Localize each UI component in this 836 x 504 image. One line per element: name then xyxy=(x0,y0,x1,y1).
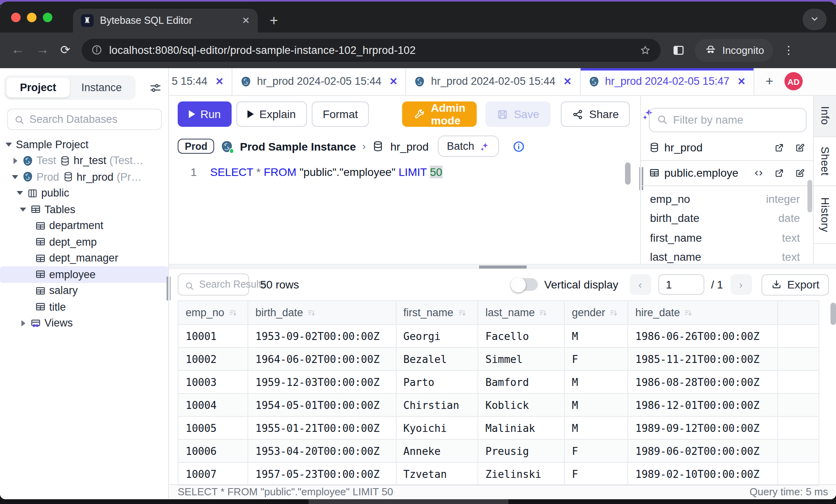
tree-item-employee[interactable]: employee xyxy=(0,266,168,283)
code-icon[interactable] xyxy=(753,168,763,178)
column-header-emp_no[interactable]: emp_no xyxy=(178,301,248,325)
explain-button[interactable]: Explain xyxy=(236,101,307,127)
table-row[interactable]: 100041954-05-01T00:00:00ZChirstianKoblic… xyxy=(178,393,819,416)
row-count: 50 rows xyxy=(260,278,299,291)
forward-icon[interactable]: → xyxy=(36,42,49,58)
sidebar-resize-handle[interactable] xyxy=(167,277,171,300)
caret-down-icon[interactable] xyxy=(16,191,24,195)
column-header-last_name[interactable]: last_name xyxy=(478,301,564,325)
play-icon xyxy=(188,110,195,118)
column-row-first_name[interactable]: first_nametext xyxy=(640,228,813,247)
tab-instance[interactable]: Instance xyxy=(70,78,133,97)
editor-tab-0[interactable]: 5 15:44✕ xyxy=(169,68,232,95)
editor-tab-3[interactable]: hr_prod 2024-02-05 15:47✕ xyxy=(580,68,754,95)
editor-tab-2[interactable]: hr_prod 2024-02-05 15:44✕ xyxy=(406,68,581,95)
caret-right-icon[interactable] xyxy=(11,158,19,164)
tab-search-chevron-button[interactable] xyxy=(803,8,826,30)
filter-by-name-input[interactable]: Filter by name xyxy=(648,107,806,132)
caret-down-icon[interactable] xyxy=(19,208,27,212)
table-row[interactable]: 100071957-05-23T00:00:00ZTzvetanZielinsk… xyxy=(178,462,819,485)
table-row[interactable]: 100061953-04-20T00:00:00ZAnnekePreusigF1… xyxy=(178,439,819,462)
editor-tab-1[interactable]: hr_prod 2024-02-05 15:44✕ xyxy=(232,68,406,95)
browser-menu-icon[interactable]: ⋮ xyxy=(783,44,794,57)
connection-breadcrumb: Prod Prod Sample Instance › hr_prod xyxy=(169,133,640,160)
table-icon xyxy=(35,302,46,313)
column-header-first_name[interactable]: first_name xyxy=(396,301,478,325)
connection-info-icon[interactable] xyxy=(512,140,525,153)
page-number-input[interactable]: 1 xyxy=(658,274,704,295)
tree-item-public[interactable]: public xyxy=(0,185,168,201)
bookmark-star-icon[interactable] xyxy=(639,44,651,56)
tree-item-dept_emp[interactable]: dept_emp xyxy=(0,234,168,250)
tree-item-sampleproject[interactable]: Sample Project xyxy=(0,136,168,153)
minimize-window-button[interactable] xyxy=(27,12,36,22)
new-editor-tab-button[interactable]: + xyxy=(765,74,773,90)
table-row[interactable]: 100051955-01-21T00:00:00ZKyoichiMaliniak… xyxy=(178,416,819,439)
close-tab-icon[interactable]: ✕ xyxy=(563,76,571,88)
tree-item-dept_manager[interactable]: dept_manager xyxy=(0,250,168,266)
tree-item-department[interactable]: department xyxy=(0,218,168,234)
search-results-input[interactable]: Search Results xyxy=(178,273,249,296)
back-icon[interactable]: ← xyxy=(11,42,25,58)
divider-drag-handle[interactable] xyxy=(479,265,526,269)
close-tab-icon[interactable]: ✕ xyxy=(737,76,746,88)
batch-button[interactable]: Batch xyxy=(438,136,499,157)
column-row-emp_no[interactable]: emp_nointeger xyxy=(640,189,813,208)
tab-project[interactable]: Project xyxy=(6,78,70,97)
tree-item-views[interactable]: Views xyxy=(0,315,168,331)
side-panel-icon[interactable] xyxy=(671,44,685,57)
export-button[interactable]: Export xyxy=(761,274,829,295)
column-header-hire_date[interactable]: hire_date xyxy=(628,301,777,325)
table-row[interactable]: 100011953-09-02T00:00:00ZGeorgiFacelloM1… xyxy=(178,325,819,347)
close-window-button[interactable] xyxy=(11,12,21,22)
site-info-icon[interactable] xyxy=(91,45,102,56)
caret-right-icon[interactable] xyxy=(19,320,27,326)
table-cell: Parto xyxy=(396,370,478,393)
search-databases-input[interactable]: Search Databases xyxy=(7,109,162,130)
column-header-gender[interactable]: gender xyxy=(564,301,628,325)
edit-icon[interactable] xyxy=(794,142,805,153)
sql-editor[interactable]: 1 SELECT * FROM "public"."employee" LIMI… xyxy=(169,160,640,263)
caret-down-icon[interactable] xyxy=(5,143,13,147)
share-button[interactable]: Share xyxy=(561,101,630,127)
table-row[interactable]: 100031959-12-03T00:00:00ZPartoBamfordM19… xyxy=(178,370,819,393)
open-external-icon[interactable] xyxy=(774,142,784,153)
reload-icon[interactable]: ⟳ xyxy=(60,43,70,57)
rail-tab-history[interactable]: History xyxy=(813,186,836,244)
results-scrollbar[interactable] xyxy=(830,303,836,325)
browser-tab[interactable]: ♜ Bytebase SQL Editor ✕ xyxy=(73,8,258,32)
rail-tab-sheet[interactable]: Sheet xyxy=(813,137,836,186)
sql-token xyxy=(395,165,399,178)
tree-item-title[interactable]: title xyxy=(0,299,168,315)
tree-item-salary[interactable]: salary xyxy=(0,283,168,299)
column-header-birth_date[interactable]: birth_date xyxy=(248,301,396,325)
close-tab-icon[interactable]: ✕ xyxy=(215,76,224,88)
tree-item-hr_test[interactable]: Testhr_test(Test… xyxy=(0,153,168,169)
admin-mode-button[interactable]: Admin mode xyxy=(403,101,477,127)
save-button[interactable]: Save xyxy=(485,101,550,127)
format-button[interactable]: Format xyxy=(312,101,369,127)
prev-page-button[interactable]: ‹ xyxy=(629,274,651,295)
address-bar[interactable]: localhost:8080/sql-editor/prod-sample-in… xyxy=(81,39,660,62)
run-button[interactable]: Run xyxy=(178,101,232,127)
vertical-display-toggle[interactable] xyxy=(512,279,538,291)
rail-tab-info[interactable]: Info xyxy=(813,95,836,137)
column-header-label: birth_date xyxy=(255,307,303,319)
schema-database-name: hr_prod xyxy=(664,141,703,154)
caret-down-icon[interactable] xyxy=(11,175,19,179)
filter-settings-icon[interactable] xyxy=(149,81,162,94)
tree-item-hr_prod[interactable]: Prodhr_prod(Pr… xyxy=(0,169,168,185)
edit-icon[interactable] xyxy=(794,168,805,178)
schema-scrollbar[interactable] xyxy=(807,179,812,212)
new-tab-button[interactable]: + xyxy=(270,9,278,31)
editor-scrollbar[interactable] xyxy=(625,162,630,184)
table-row[interactable]: 100021964-06-02T00:00:00ZBezalelSimmelF1… xyxy=(178,347,819,370)
close-tab-icon[interactable]: ✕ xyxy=(389,76,398,88)
next-page-button[interactable]: › xyxy=(730,274,752,295)
close-tab-icon[interactable]: ✕ xyxy=(242,15,250,26)
open-external-icon[interactable] xyxy=(774,168,784,178)
zoom-window-button[interactable] xyxy=(43,12,52,22)
tree-item-tables[interactable]: Tables xyxy=(0,201,168,218)
avatar[interactable]: AD xyxy=(784,73,803,91)
column-row-birth_date[interactable]: birth_datedate xyxy=(640,208,813,228)
